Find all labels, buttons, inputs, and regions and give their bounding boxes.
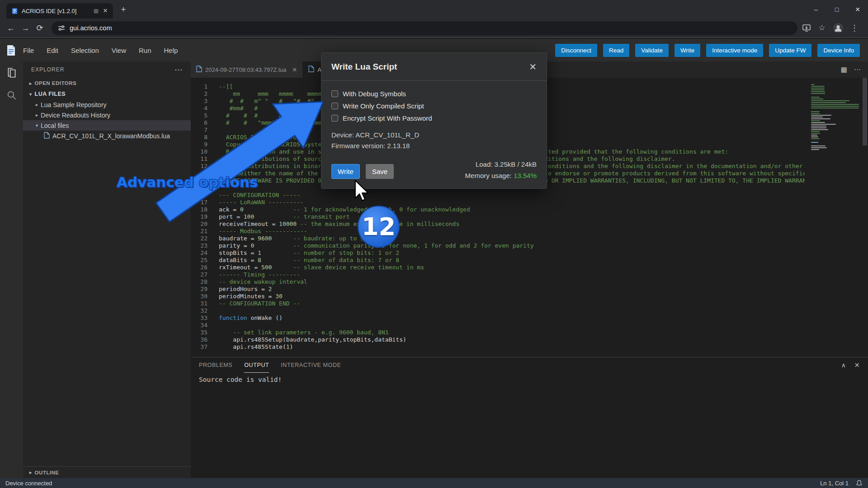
toolbar-button-write[interactable]: Write <box>675 44 700 57</box>
code-line[interactable]: 29periodHours = 2 <box>191 286 805 293</box>
line-number: 28 <box>191 278 208 286</box>
toolbar-button-update-fw[interactable]: Update FW <box>769 44 811 57</box>
code-line[interactable]: 33function onWake () <box>191 314 805 322</box>
menu-edit[interactable]: Edit <box>47 47 58 54</box>
code-line[interactable]: 21----- Modbus ------------ <box>191 228 805 235</box>
panel-tab-output[interactable]: OUTPUT <box>244 357 269 373</box>
minimap-line <box>811 118 830 119</box>
browser-tab-title: ACRIOS IDE [v1.2.0] <box>22 8 94 14</box>
file-tree: ▸Lua Sample Repository▸Device Readouts H… <box>23 99 191 141</box>
code-line[interactable]: 35 -- set link parameters - e.g. 9600 ba… <box>191 329 805 336</box>
code-line[interactable]: 31-- CONFIGURATION END -- <box>191 300 805 307</box>
panel-tab-interactive-mode[interactable]: INTERACTIVE MODE <box>281 357 341 373</box>
panel-close-icon[interactable]: ✕ <box>854 361 860 369</box>
folder-item[interactable]: ▸Device Readouts History <box>23 110 191 120</box>
new-tab-button[interactable]: + <box>118 4 129 15</box>
window-close-button[interactable]: ✕ <box>847 6 868 13</box>
editor-scrollbar[interactable] <box>862 78 868 357</box>
section-lua-files[interactable]: ▾ LUA FILES <box>23 89 191 99</box>
code-line[interactable]: 28-- device wakeup interval <box>191 278 805 286</box>
checkbox-row-write-only-compiled-script[interactable]: Write Only Compiled Script <box>331 100 537 112</box>
code-line[interactable]: 25dataBits = 8 -- number of data bits: 7… <box>191 257 805 264</box>
code-line[interactable]: 36 api.rs485Setup(baudrate,parity,stopBi… <box>191 336 805 343</box>
minimap-line <box>811 86 825 87</box>
install-app-icon[interactable] <box>802 23 811 33</box>
checkbox-row-encrypt-script-with-password[interactable]: Encrypt Script With Password <box>331 112 537 124</box>
line-number: 26 <box>191 264 208 271</box>
code-line[interactable]: 20receiveTimeout = 10000 -- the maximum … <box>191 221 805 228</box>
code-line[interactable]: 32 <box>191 307 805 314</box>
line-number: 34 <box>191 322 208 329</box>
line-number: 36 <box>191 336 208 343</box>
menu-view[interactable]: View <box>112 47 126 54</box>
minimap-line <box>811 142 818 143</box>
write-button[interactable]: Write <box>331 164 360 179</box>
checkbox-row-with-debug-symbols[interactable]: With Debug Symbols <box>331 88 537 100</box>
line-number: 35 <box>191 329 208 336</box>
back-icon[interactable]: ← <box>4 21 18 35</box>
profile-avatar[interactable] <box>833 23 844 33</box>
menu-file[interactable]: File <box>23 47 34 54</box>
explorer-more-icon[interactable]: ⋯ <box>175 65 183 75</box>
minimap-line <box>811 99 823 99</box>
toolbar-button-disconnect[interactable]: Disconnect <box>555 44 597 57</box>
folder-item[interactable]: ▸Lua Sample Repository <box>23 99 191 110</box>
browser-menu-icon[interactable]: ⋮ <box>847 21 862 35</box>
search-icon[interactable] <box>6 89 17 101</box>
checkbox-label: Encrypt Script With Password <box>343 114 432 122</box>
window-maximize-button[interactable]: □ <box>826 6 847 13</box>
reload-icon[interactable]: ⟳ <box>33 21 47 35</box>
line-number: 12 <box>191 163 208 170</box>
scrollbar-thumb[interactable] <box>863 78 867 145</box>
forward-icon[interactable]: → <box>18 21 33 35</box>
code-line[interactable]: 17----- LoRaWAN ---------- <box>191 199 805 206</box>
explorer-icon[interactable] <box>6 67 18 79</box>
code-line[interactable]: 18ack = 0 -- 1 for acknowledged uplink, … <box>191 206 805 213</box>
bookmark-star-icon[interactable]: ☆ <box>815 21 829 35</box>
tab-close-icon[interactable]: ✕ <box>101 7 109 15</box>
code-line[interactable]: 19port = 100 -- transmit port <box>191 213 805 221</box>
notifications-bell-icon[interactable] <box>856 480 863 487</box>
address-bar[interactable]: gui.acrios.com <box>52 21 797 35</box>
code-line[interactable]: 22baudrate = 9600 -- baudrate: up to 921… <box>191 235 805 242</box>
code-line[interactable]: 23parity = 0 -- communication parity: 0 … <box>191 242 805 249</box>
toolbar-button-device-info[interactable]: Device Info <box>817 44 860 57</box>
checkbox-encrypt-script-with-password[interactable] <box>331 115 338 122</box>
checkbox-with-debug-symbols[interactable] <box>331 90 338 97</box>
window-minimize-button[interactable]: – <box>806 6 826 13</box>
toolbar-button-read[interactable]: Read <box>603 44 629 57</box>
cursor-position[interactable]: Ln 1, Col 1 <box>820 480 849 487</box>
outline-label: OUTLINE <box>35 470 59 475</box>
toolbar-button-interactive-mode[interactable]: Interactive mode <box>706 44 763 57</box>
menu-selection[interactable]: Selection <box>71 47 99 54</box>
browser-tab[interactable]: ACRIOS IDE [v1.2.0] ⊞ ✕ <box>6 3 113 19</box>
file-item[interactable]: ACR_CV_101L_R_X_lorawanModbus.lua <box>23 131 191 141</box>
folder-item[interactable]: ▾Local files <box>23 120 191 131</box>
code-line[interactable]: 24stopBits = 1 -- number of stop bits: 1… <box>191 249 805 257</box>
panel-collapse-icon[interactable]: ∧ <box>841 361 846 369</box>
editor-tab-2024-09-27t08-03-43-797z[interactable]: 2024-09-27T08:03:43.797Z.lua✕ <box>191 61 303 78</box>
code-line[interactable]: 37 api.rs485State(1) <box>191 343 805 351</box>
tab-close-icon[interactable]: ✕ <box>292 66 297 73</box>
editor-more-icon[interactable]: ⋯ <box>854 66 861 74</box>
minimap[interactable] <box>811 84 861 150</box>
split-editor-icon[interactable]: ▦ <box>841 66 847 74</box>
menu-run[interactable]: Run <box>139 47 151 54</box>
line-number: 16 <box>191 192 208 199</box>
tree-item-label: Lua Sample Repository <box>41 101 107 108</box>
save-button[interactable]: Save <box>366 164 394 179</box>
checkbox-write-only-compiled-script[interactable] <box>331 103 338 109</box>
code-line[interactable]: 30periodMinutes = 30 <box>191 293 805 300</box>
code-line[interactable]: 16--- CONFIGURATION ----- <box>191 192 805 199</box>
code-line[interactable]: 26rxTimeout = 500 -- slave device receiv… <box>191 264 805 271</box>
line-text: dataBits = 8 -- number of data bits: 7 o… <box>219 257 399 264</box>
panel-tab-problems[interactable]: PROBLEMS <box>199 357 232 373</box>
section-outline[interactable]: ▸ OUTLINE <box>23 466 191 478</box>
code-line[interactable]: 34 <box>191 322 805 329</box>
code-line[interactable]: 27------ Timing --------- <box>191 271 805 278</box>
toolbar-button-validate[interactable]: Validate <box>635 44 669 57</box>
section-open-editors[interactable]: ▸ OPEN EDITORS <box>23 78 191 89</box>
dialog-close-icon[interactable]: ✕ <box>529 61 537 72</box>
menu-help[interactable]: Help <box>164 47 178 54</box>
minimap-line <box>811 138 820 139</box>
